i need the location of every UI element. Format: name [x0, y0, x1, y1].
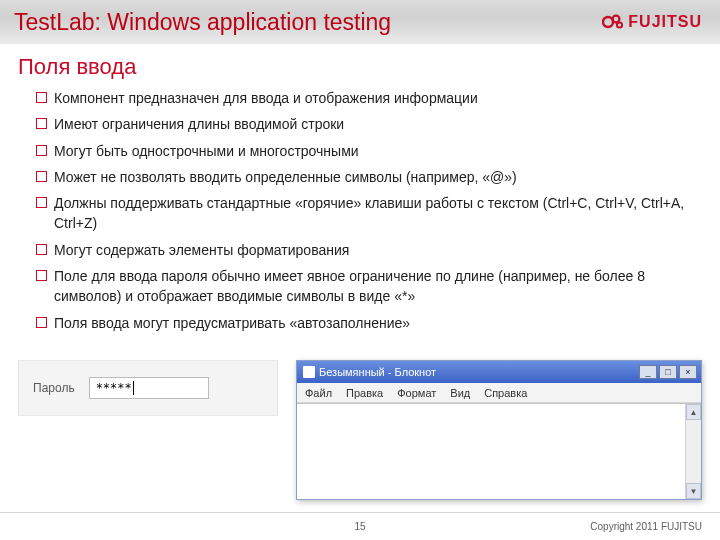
list-item: Поле для ввода пароля обычно имеет явное…: [36, 266, 702, 307]
notepad-app-icon: [303, 366, 315, 378]
menu-help[interactable]: Справка: [484, 387, 527, 399]
list-item: Должны поддерживать стандартные «горячие…: [36, 193, 702, 234]
fujitsu-wordmark: FUJITSU: [628, 13, 702, 31]
notepad-title-text: Безымянный - Блокнот: [319, 366, 436, 378]
menu-format[interactable]: Формат: [397, 387, 436, 399]
list-item: Компонент предназначен для ввода и отобр…: [36, 88, 702, 108]
fujitsu-mark-icon: [602, 13, 624, 31]
list-item: Имеют ограничения длины вводимой строки: [36, 114, 702, 134]
scroll-down-icon[interactable]: ▼: [686, 483, 701, 499]
password-value: *****: [96, 381, 132, 395]
svg-point-0: [603, 17, 613, 27]
bullet-list: Компонент предназначен для ввода и отобр…: [18, 88, 702, 333]
list-item: Могут быть однострочными и многострочным…: [36, 141, 702, 161]
copyright: Copyright 2011 FUJITSU: [590, 521, 702, 532]
scroll-up-icon[interactable]: ▲: [686, 404, 701, 420]
maximize-button[interactable]: □: [659, 365, 677, 379]
vertical-scrollbar[interactable]: ▲ ▼: [685, 404, 701, 499]
page-number: 15: [354, 521, 365, 532]
section-heading: Поля ввода: [18, 54, 702, 80]
minimize-button[interactable]: _: [639, 365, 657, 379]
menu-edit[interactable]: Правка: [346, 387, 383, 399]
list-item: Может не позволять вводить определенные …: [36, 167, 702, 187]
fujitsu-logo: FUJITSU: [602, 13, 702, 31]
title-bar: TestLab: Windows application testing FUJ…: [0, 0, 720, 44]
close-button[interactable]: ×: [679, 365, 697, 379]
notepad-menubar: Файл Правка Формат Вид Справка: [297, 383, 701, 403]
svg-point-2: [617, 22, 622, 27]
notepad-titlebar[interactable]: Безымянный - Блокнот _ □ ×: [297, 361, 701, 383]
text-caret-icon: [133, 381, 134, 395]
password-label: Пароль: [33, 381, 75, 395]
list-item: Поля ввода могут предусматривать «автоза…: [36, 313, 702, 333]
password-input[interactable]: *****: [89, 377, 209, 399]
password-illustration: Пароль *****: [18, 360, 278, 416]
svg-point-1: [613, 16, 620, 23]
slide-title: TestLab: Windows application testing: [14, 9, 391, 36]
footer: 15 Copyright 2011 FUJITSU: [0, 512, 720, 540]
list-item: Могут содержать элементы форматирования: [36, 240, 702, 260]
notepad-window: Безымянный - Блокнот _ □ × Файл Правка Ф…: [296, 360, 702, 500]
menu-file[interactable]: Файл: [305, 387, 332, 399]
menu-view[interactable]: Вид: [450, 387, 470, 399]
notepad-textarea[interactable]: [297, 404, 685, 499]
